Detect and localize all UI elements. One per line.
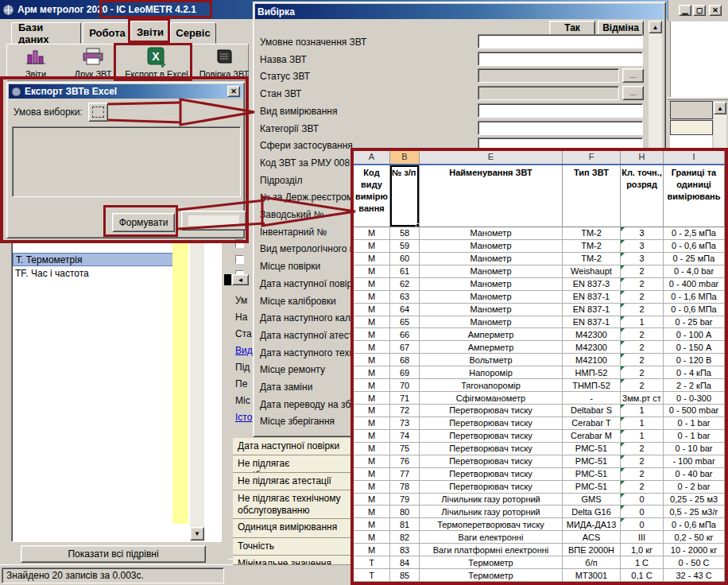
cell[interactable]: ВПЕ 2000Н [563,544,621,556]
cell[interactable]: 3 [621,227,664,239]
cell[interactable]: ТМ-2 [563,253,621,265]
cell[interactable]: 1 [621,316,664,328]
cell[interactable]: ACS [563,531,621,543]
cell[interactable]: Сфігмоманометр [420,392,563,404]
field-input[interactable] [478,34,643,48]
cell[interactable]: 3 [621,253,664,265]
table-row[interactable]: М62МанометрEN 837-320 - 400 mbar [354,278,725,291]
cell[interactable]: 78 [390,481,420,493]
cell[interactable]: Напоромір [420,366,563,378]
field-picker[interactable] [478,86,619,100]
cell[interactable]: 0 - 10 bar [664,443,725,455]
field-input[interactable] [478,52,643,66]
blank-button[interactable] [181,211,246,231]
cell[interactable]: Перетворювач тиску [420,430,563,442]
cell[interactable]: 59 [390,240,420,252]
criteria-row[interactable]: Дата наступної повірки [233,438,350,455]
cell[interactable]: 73 [390,417,420,429]
cell[interactable]: МИДА-ДА13 [563,518,621,530]
cell[interactable]: EN 837-1 [563,291,621,303]
cell[interactable]: 70 [390,379,420,391]
table-row[interactable]: М69НапоромірНМП-5220 - 4 кПа [354,366,725,379]
cell[interactable]: М [354,354,390,366]
table-row[interactable]: М78Перетворювач тискуPMC-5120 - 2 bar [354,481,725,494]
cell[interactable]: 0 - 4,0 bar [664,265,725,277]
cell[interactable]: 10 - 2000 кг [664,544,725,556]
condition-textarea[interactable] [12,126,241,197]
right-grid-selected-row[interactable] [670,120,713,135]
table-row[interactable]: М79Лічильник газу роторнийGMS00,25 - 25 … [354,494,725,506]
checkbox[interactable] [235,255,244,264]
cell[interactable]: PMC-51 [563,468,621,480]
table-row[interactable]: М76Перетворювач тискуPMC-512- 100 mbar [354,455,725,468]
column-letter-B[interactable]: B [390,151,420,164]
cell[interactable]: 69 [390,366,420,378]
cell[interactable]: М [354,392,390,404]
cell[interactable]: 0,2 - 50 кг [664,531,725,543]
close-icon[interactable]: ✕ [227,86,240,97]
tab-1[interactable]: Бази даних [11,22,81,44]
cell[interactable]: 0 [621,506,664,517]
tab-2[interactable]: Робота [83,22,132,44]
cell[interactable]: МТ3001 [563,569,621,581]
cell[interactable]: Манометр [420,278,563,290]
cell[interactable]: 2 [621,328,664,340]
criteria-row[interactable]: Точність [233,538,350,556]
cell[interactable]: Термометр [420,569,563,581]
cell[interactable]: 65 [390,316,420,328]
tab-4[interactable]: Сервіс [170,22,216,44]
cell[interactable]: М [354,544,390,556]
cell[interactable]: - [563,392,621,404]
cell[interactable]: Cerabar T [563,417,621,429]
table-row[interactable]: М82Ваги електронніACSIII0,2 - 50 кг [354,531,725,544]
column-letter-H[interactable]: H [621,151,664,164]
scroll-up-icon[interactable]: ▲ [714,102,726,114]
cell[interactable]: Вольтметр [420,354,563,366]
cell[interactable]: 77 [390,468,420,480]
maximize-button[interactable]: ▢ [693,5,706,16]
cell[interactable]: 32 - 43 С [664,569,725,581]
cell[interactable]: М [354,253,390,265]
cell[interactable]: Амперметр [420,328,563,340]
cell[interactable]: Манометр [420,304,563,316]
cell[interactable]: 0 - 0,6 мПа [664,518,725,530]
cell[interactable]: Манометр [420,291,563,303]
cell[interactable]: 79 [390,494,420,506]
cell[interactable]: 0,1 С [621,569,664,581]
cell[interactable]: 71 [390,392,420,404]
table-row[interactable]: М80Лічильник газу роторнийDelta G1600,5 … [354,506,725,518]
field-input[interactable] [478,103,643,118]
cell[interactable]: 0 - 0,6 МПа [664,304,725,316]
browse-condition-button[interactable] [88,103,108,122]
cell[interactable]: 84 [390,556,420,568]
cell[interactable]: 0 [621,518,664,530]
header-cell[interactable]: Найменування ЗВТ [420,165,563,227]
cell[interactable]: 1,0 кг [621,544,664,556]
cell[interactable]: М [354,481,390,493]
cell[interactable]: 3мм.рт ст [621,392,664,404]
cell[interactable]: 2 [621,304,664,316]
table-row[interactable]: М74Перетворювач тискуCerabar M10 - 1 bar [354,430,725,443]
cell[interactable]: Ваги електронні [420,531,563,543]
cell[interactable]: 0 - 0-300 [664,392,725,404]
cell[interactable]: 0 - 150 А [664,341,725,353]
cell[interactable]: Перетворювач тиску [420,443,563,455]
cell[interactable]: М42300 [563,341,621,353]
criteria-row[interactable]: Не підлягає технічному обслуговуванню [233,490,350,519]
table-row[interactable]: М72Перетворювач тискуDeltabar S10 - 500 … [354,405,725,417]
cell[interactable]: 58 [390,227,420,239]
cell[interactable]: 0 [621,494,664,506]
cell[interactable]: М [354,531,390,543]
column-letter-A[interactable]: A [354,151,390,164]
scroll-left-icon[interactable]: ◄ [232,274,249,285]
scroll-down-icon[interactable]: ▼ [190,527,204,540]
cell[interactable]: 2 [621,278,664,290]
cell[interactable]: 74 [390,430,420,442]
header-cell[interactable]: Код виду вимірю вання [354,165,390,227]
cell[interactable]: 68 [390,354,420,366]
table-row[interactable]: Т85ТермометрМТ30010,1 С32 - 43 С [354,569,725,582]
close-button[interactable]: ✕ [709,5,722,16]
cell[interactable]: 0 - 2,5 мПа [664,227,725,239]
cell[interactable]: 2 [621,455,664,467]
cell[interactable]: 72 [390,405,420,416]
